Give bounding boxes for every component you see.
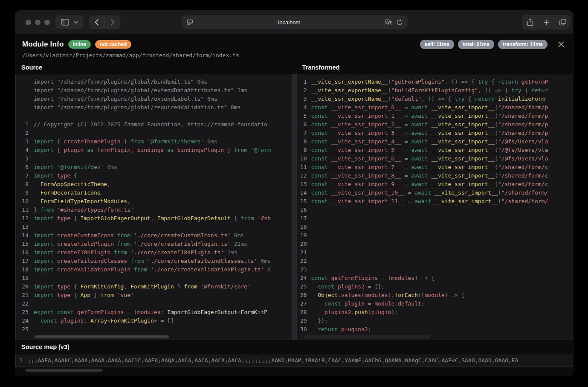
code-line: 1__vite_ssr_exportName__("getFormPlugins… xyxy=(297,78,573,86)
line-number: 22 xyxy=(16,300,29,308)
code-line: 24 const plugins: Array<FormKitPlugin> =… xyxy=(16,317,292,325)
chevron-down-icon[interactable] xyxy=(73,16,79,29)
code-line: 5 xyxy=(16,154,292,163)
code-line: 10const __vite_ssr_import_6__ = await __… xyxy=(297,154,573,163)
panel-splitter[interactable] xyxy=(293,74,296,340)
code-line: 29 }); xyxy=(297,317,573,325)
code-line: 20 xyxy=(297,240,573,248)
timing-transform-badge: transform: 14ms xyxy=(498,40,547,49)
toolbar-right-group xyxy=(522,15,571,29)
line-number: 2 xyxy=(16,129,29,137)
line-number: 25 xyxy=(16,325,29,334)
line-number xyxy=(16,103,29,112)
line-number: 11 xyxy=(297,163,307,172)
line-number: 16 xyxy=(297,206,307,214)
line-number xyxy=(16,112,29,120)
inline-badge: inline xyxy=(68,40,91,49)
browser-titlebar: localhost A xyxy=(15,11,573,34)
line-number: 20 xyxy=(297,240,307,248)
line-number: 19 xyxy=(16,274,29,282)
code-line: 12const __vite_ssr_import_8__ = await __… xyxy=(297,172,573,180)
url-text: localhost xyxy=(193,19,385,26)
code-line: 15import createFieldPlugin from './core/… xyxy=(16,240,292,248)
sourcemap-code-area[interactable]: 1;;;AAEA;AAAkC;AAAA;AAAA;AAAA;AAClC;AAEA… xyxy=(15,354,573,367)
line-number: 1 xyxy=(16,120,29,129)
code-line: import "/shared/form/plugins/global/bind… xyxy=(16,78,292,86)
line-number: 5 xyxy=(16,154,29,163)
sidebar-icon[interactable] xyxy=(60,16,70,29)
line-number: 1 xyxy=(297,78,307,86)
line-number: 2 xyxy=(297,86,307,95)
code-line: 11const __vite_ssr_import_7__ = await __… xyxy=(297,163,573,172)
code-line: 2 xyxy=(16,129,292,137)
source-panel: Source import "/shared/form/plugins/glob… xyxy=(15,61,293,340)
code-line xyxy=(16,112,292,120)
code-line: 17 xyxy=(297,214,573,223)
code-line: 30 return plugins2; xyxy=(297,325,573,334)
code-line: 26 Object.values(modules).forEach((modul… xyxy=(297,291,573,300)
code-line: 7import type { xyxy=(16,172,292,180)
line-number: 4 xyxy=(297,103,307,112)
tab-overview-icon[interactable] xyxy=(556,16,569,29)
line-number: 15 xyxy=(297,197,307,206)
close-icon[interactable] xyxy=(557,40,565,49)
sourcemap-scrollbar[interactable] xyxy=(26,369,102,372)
line-number: 9 xyxy=(16,189,29,197)
line-number: 25 xyxy=(297,282,307,291)
code-line: 16 xyxy=(297,206,573,214)
code-line: 13 xyxy=(16,223,292,231)
traffic-lights xyxy=(26,20,50,25)
code-line: 12import type { ImportGlobEagerOutput, I… xyxy=(16,214,292,223)
horizontal-scrollbar[interactable] xyxy=(35,335,169,338)
code-line: 24const getFormPlugins = (modules) => { xyxy=(297,274,573,282)
not-cached-badge: not cached xyxy=(95,40,131,49)
line-number: 3 xyxy=(16,137,29,146)
line-number: 23 xyxy=(297,265,307,274)
module-info-page: Module Info inline not cached self: 11ms… xyxy=(15,34,573,376)
line-number: 18 xyxy=(16,265,29,274)
line-number xyxy=(16,78,29,86)
code-line: 18import createValidationPlugin from './… xyxy=(16,265,292,274)
nav-buttons xyxy=(89,15,120,29)
code-line: 27 const plugin = module.default; xyxy=(297,300,573,308)
source-code-area[interactable]: import "/shared/form/plugins/global/bind… xyxy=(15,74,293,340)
back-button[interactable] xyxy=(93,16,101,29)
code-line: 15const __vite_ssr_import_11__ = await _… xyxy=(297,197,573,206)
code-line: 16import createI18nPlugin from './core/c… xyxy=(16,248,292,257)
code-line: 3__vite_ssr_exportName__("default", () =… xyxy=(297,95,573,103)
close-window-button[interactable] xyxy=(26,20,31,25)
line-number: 13 xyxy=(297,180,307,189)
new-tab-icon[interactable] xyxy=(540,16,553,29)
code-line: import "/shared/form/plugins/global/exte… xyxy=(16,95,292,103)
code-line: import "/shared/form/plugins/global/exte… xyxy=(16,86,292,95)
line-number: 6 xyxy=(16,163,29,172)
line-number xyxy=(16,95,29,103)
line-number: 1 xyxy=(16,356,23,365)
line-number: 22 xyxy=(297,257,307,265)
line-number: 10 xyxy=(297,154,307,163)
horizontal-scrollbar[interactable] xyxy=(304,335,430,338)
sourcemap-section: Source map (v3) 1;;;AAEA;AAAkC;AAAA;AAAA… xyxy=(15,340,573,376)
line-number: 6 xyxy=(297,120,307,129)
transformed-panel-title: Transformed xyxy=(296,61,574,74)
sourcemap-title: Source map (v3) xyxy=(15,340,573,354)
code-line: 22 xyxy=(297,257,573,265)
minimize-window-button[interactable] xyxy=(35,20,41,25)
url-bar[interactable]: localhost A xyxy=(182,15,408,29)
transformed-code-area[interactable]: 1__vite_ssr_exportName__("getFormPlugins… xyxy=(296,74,574,340)
code-line: 11} from '#shared/types/form.ts' xyxy=(16,206,292,214)
source-panel-title: Source xyxy=(15,61,293,74)
code-line: 22 xyxy=(16,300,292,308)
share-icon[interactable] xyxy=(524,16,536,29)
reader-icon[interactable] xyxy=(187,19,193,25)
sidebar-toggle-group xyxy=(55,15,84,29)
line-number: 10 xyxy=(16,197,29,206)
code-line: 25 xyxy=(16,325,292,334)
forward-button[interactable] xyxy=(108,16,117,29)
translate-icon[interactable]: A xyxy=(385,19,392,25)
reload-icon[interactable] xyxy=(397,19,403,26)
line-number: 16 xyxy=(16,248,29,257)
zoom-window-button[interactable] xyxy=(44,20,50,25)
module-path: /Users/vladimir/Projects/zammad/app/fron… xyxy=(22,52,565,58)
browser-window: localhost A xyxy=(15,11,573,376)
